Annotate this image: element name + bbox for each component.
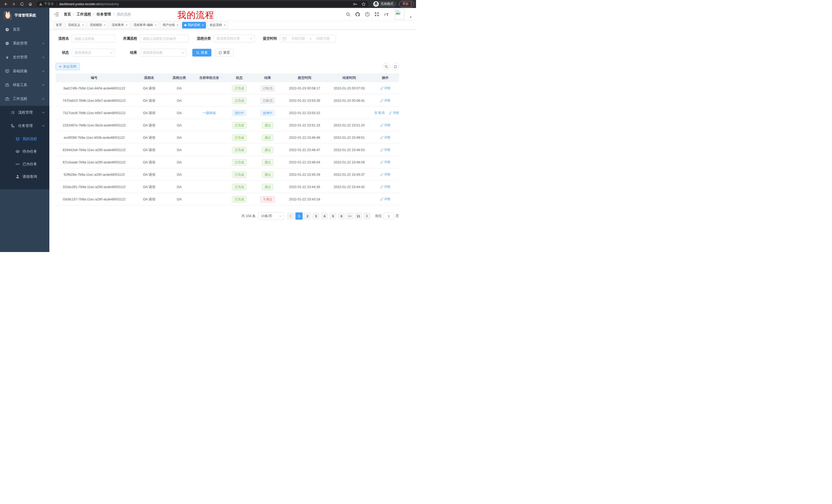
status-select[interactable]: 请选择状态	[72, 49, 115, 57]
sidebar-collapse-icon[interactable]	[53, 11, 60, 18]
page-button[interactable]: 4	[321, 213, 328, 220]
detail-link[interactable]: 详情	[380, 160, 390, 164]
help-icon[interactable]: ?	[365, 12, 370, 17]
result-badge: 通过	[262, 159, 273, 165]
submit-time-range-picker[interactable]: 开始日期 - 结束日期	[280, 35, 336, 43]
detail-link[interactable]: 详情	[380, 135, 390, 140]
hide-search-button[interactable]	[383, 63, 390, 70]
row-end-time: 2022-01-22 23:49:51	[327, 136, 371, 139]
tab-start-process[interactable]: 发起流程×	[207, 22, 228, 29]
cancel-link[interactable]: 取消	[374, 111, 384, 115]
dashboard-icon	[5, 27, 9, 32]
delete-icon	[374, 111, 378, 114]
browser-update-button[interactable]: 更新	[399, 1, 414, 7]
sidebar-item-label: 已办任务	[23, 162, 37, 166]
filter-row-2: 状态 请选择状态 结果 请选择流结果	[55, 49, 399, 57]
search-button[interactable]: 搜索	[192, 49, 211, 57]
tab-home[interactable]: 首页	[53, 22, 64, 29]
tab-user-group[interactable]: 用户分组×	[160, 22, 181, 29]
detail-link[interactable]: 详情	[380, 86, 390, 90]
bookmark-star-icon[interactable]	[362, 2, 366, 6]
browser-menu-icon[interactable]	[411, 2, 412, 6]
calendar-icon	[283, 37, 286, 40]
prev-page-button[interactable]	[287, 213, 294, 220]
address-bar[interactable]: 不安全 dashboard.yudao.iocoder.cn/bpm/task/…	[36, 1, 368, 7]
process-category-select[interactable]: 请选择流程分类	[214, 35, 255, 43]
detail-link[interactable]: 详情	[380, 197, 390, 201]
row-process-name: OA 请假	[133, 99, 165, 103]
browser-reload-button[interactable]	[19, 1, 26, 7]
detail-link[interactable]: 详情	[380, 148, 390, 152]
close-icon[interactable]: ×	[202, 24, 204, 27]
sidebar-item-home[interactable]: 首页	[0, 23, 49, 36]
page-button[interactable]: 6	[338, 213, 345, 220]
font-size-icon[interactable]: TT	[384, 12, 390, 17]
detail-link[interactable]: 详情	[380, 185, 390, 189]
fullscreen-icon[interactable]	[374, 12, 379, 17]
refresh-table-button[interactable]	[392, 63, 399, 70]
close-icon[interactable]: ×	[82, 24, 84, 27]
avatar[interactable]	[395, 9, 405, 20]
tab-process-form-edit[interactable]: 流程表单-编辑×	[131, 22, 159, 29]
sidebar-item-payment[interactable]: ¥ 支付管理	[0, 50, 49, 64]
gear-icon	[5, 41, 9, 46]
reset-button[interactable]: 重置	[215, 49, 233, 57]
current-task-link[interactable]: 一级审批	[203, 111, 216, 115]
table-row: 3ad174fb-7b9d-11ec-8404-acde48001122 OA …	[55, 82, 399, 94]
status-badge: 已完成	[232, 97, 246, 104]
page-button[interactable]: 5	[329, 213, 337, 220]
page-button[interactable]: 2	[304, 213, 311, 220]
sidebar-item-task-mgmt[interactable]: 任务管理	[0, 119, 49, 133]
parent-process-input[interactable]	[140, 35, 189, 43]
sidebar-item-todo-tasks[interactable]: 待办任务	[0, 145, 49, 158]
row-id: 7317cec6-7b9b-11ec-b5b7-acde48001122	[55, 111, 133, 115]
start-process-button[interactable]: 发起流程	[55, 63, 80, 70]
user-icon	[16, 174, 20, 179]
sidebar-item-my-process[interactable]: 我的流程	[0, 133, 49, 145]
detail-link[interactable]: 详情	[380, 172, 390, 177]
sidebar-item-infra[interactable]: 基础设施	[0, 64, 49, 78]
close-icon[interactable]: ×	[104, 24, 106, 27]
tab-process-model[interactable]: 流程模型×	[87, 22, 108, 29]
breadcrumb-task-mgmt[interactable]: 任务管理	[97, 12, 111, 17]
breadcrumb-workflow[interactable]: 工作流程	[77, 12, 91, 17]
page-size-select[interactable]: 10条/页	[258, 212, 284, 220]
tab-my-process[interactable]: 我的流程×	[182, 22, 206, 29]
sidebar-item-system[interactable]: 系统管理	[0, 36, 49, 50]
next-page-button[interactable]	[363, 213, 370, 220]
page-button[interactable]: 11	[355, 213, 362, 220]
more-pages-button[interactable]: •••	[346, 213, 354, 220]
search-icon[interactable]	[346, 12, 350, 17]
browser-back-button[interactable]	[2, 1, 9, 7]
tab-process-form[interactable]: 流程表单×	[109, 22, 130, 29]
result-select[interactable]: 请选择流结果	[140, 49, 187, 57]
refresh-icon	[394, 65, 397, 68]
end-date-placeholder: 结束日期	[313, 36, 333, 41]
total-count: 共 104 条	[241, 214, 256, 218]
close-icon[interactable]: ×	[155, 24, 157, 27]
sidebar-item-process-mgmt[interactable]: 流程管理	[0, 106, 49, 119]
page-button[interactable]: 1	[295, 213, 303, 220]
github-icon[interactable]	[355, 12, 360, 17]
process-name-input[interactable]	[72, 35, 115, 43]
detail-link[interactable]: 详情	[380, 123, 390, 128]
close-icon[interactable]: ×	[126, 24, 128, 27]
close-icon[interactable]: ×	[224, 24, 226, 27]
detail-link[interactable]: 详情	[389, 111, 399, 115]
chevron-left-icon	[289, 215, 291, 218]
avatar-caret-icon[interactable]: ▼	[410, 16, 412, 20]
app-logo-row[interactable]: 芋道管理系统	[0, 8, 49, 23]
breadcrumb-home[interactable]: 首页	[64, 12, 71, 17]
sidebar-item-devtools[interactable]: 研发工具	[0, 78, 49, 92]
sidebar-item-workflow[interactable]: 工作流程	[0, 92, 49, 106]
sidebar-item-done-tasks[interactable]: 已办任务	[0, 158, 49, 170]
page-button[interactable]: 3	[312, 213, 319, 220]
browser-forward-button[interactable]	[10, 1, 18, 7]
sidebar-item-leave-query[interactable]: 请假查询	[0, 170, 49, 183]
tab-process-definition[interactable]: 流程定义×	[66, 22, 86, 29]
goto-page-input[interactable]	[384, 213, 394, 220]
detail-link[interactable]: 详情	[380, 99, 390, 103]
password-key-icon[interactable]	[353, 2, 357, 6]
browser-home-button[interactable]	[27, 1, 34, 7]
close-icon[interactable]: ×	[177, 24, 178, 27]
